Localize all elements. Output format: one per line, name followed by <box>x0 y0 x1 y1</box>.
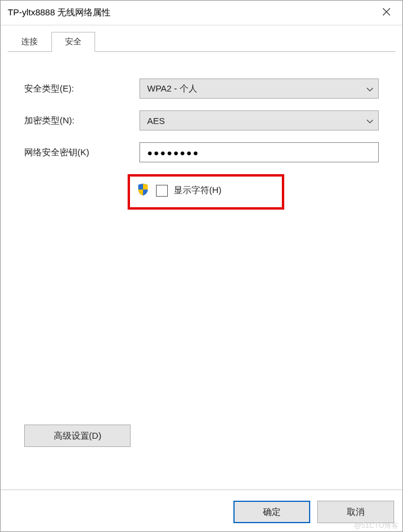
cancel-label: 取消 <box>347 507 365 517</box>
content-area: 连接 安全 安全类型(E): WPA2 - 个人 加密类型(N): AES <box>1 25 402 489</box>
close-button[interactable] <box>370 1 402 25</box>
chevron-down-icon <box>366 84 373 94</box>
dialog-window: TP-yltx8888 无线网络属性 连接 安全 安全类型(E): WPA2 -… <box>0 0 403 532</box>
shield-icon <box>136 182 150 198</box>
window-title: TP-yltx8888 无线网络属性 <box>8 7 110 18</box>
titlebar: TP-yltx8888 无线网络属性 <box>1 1 402 25</box>
close-icon <box>382 6 391 19</box>
cancel-button[interactable]: 取消 <box>317 501 394 523</box>
encryption-type-value: AES <box>147 116 165 126</box>
ok-button[interactable]: 确定 <box>233 501 310 523</box>
tab-strip: 连接 安全 <box>8 31 395 52</box>
watermark-text: @51CTO博客 <box>354 521 398 531</box>
network-key-input[interactable]: ●●●●●●●● <box>139 142 379 162</box>
chevron-down-icon <box>366 116 373 126</box>
spacer <box>24 210 379 425</box>
tab-security[interactable]: 安全 <box>51 32 95 52</box>
show-chars-highlight: 显示字符(H) <box>128 174 284 210</box>
show-chars-checkbox[interactable] <box>156 185 168 197</box>
security-type-dropdown[interactable]: WPA2 - 个人 <box>139 79 379 99</box>
network-key-value: ●●●●●●●● <box>147 148 199 158</box>
advanced-settings-button[interactable]: 高级设置(D) <box>24 425 131 447</box>
network-key-label: 网络安全密钥(K) <box>24 147 139 158</box>
security-panel: 安全类型(E): WPA2 - 个人 加密类型(N): AES <box>8 52 395 482</box>
network-key-row: 网络安全密钥(K) ●●●●●●●● <box>24 142 379 162</box>
security-type-value: WPA2 - 个人 <box>147 83 197 94</box>
security-type-label: 安全类型(E): <box>24 83 139 94</box>
encryption-type-dropdown[interactable]: AES <box>139 110 379 130</box>
ok-label: 确定 <box>263 507 281 517</box>
tab-security-label: 安全 <box>65 37 82 46</box>
security-type-row: 安全类型(E): WPA2 - 个人 <box>24 79 379 99</box>
show-chars-label: 显示字符(H) <box>174 185 222 196</box>
tab-connect-label: 连接 <box>21 37 38 46</box>
encryption-type-label: 加密类型(N): <box>24 115 139 126</box>
tab-connect[interactable]: 连接 <box>8 32 51 52</box>
dialog-footer: 确定 取消 <box>1 489 402 531</box>
advanced-settings-label: 高级设置(D) <box>54 430 102 440</box>
encryption-type-row: 加密类型(N): AES <box>24 110 379 130</box>
